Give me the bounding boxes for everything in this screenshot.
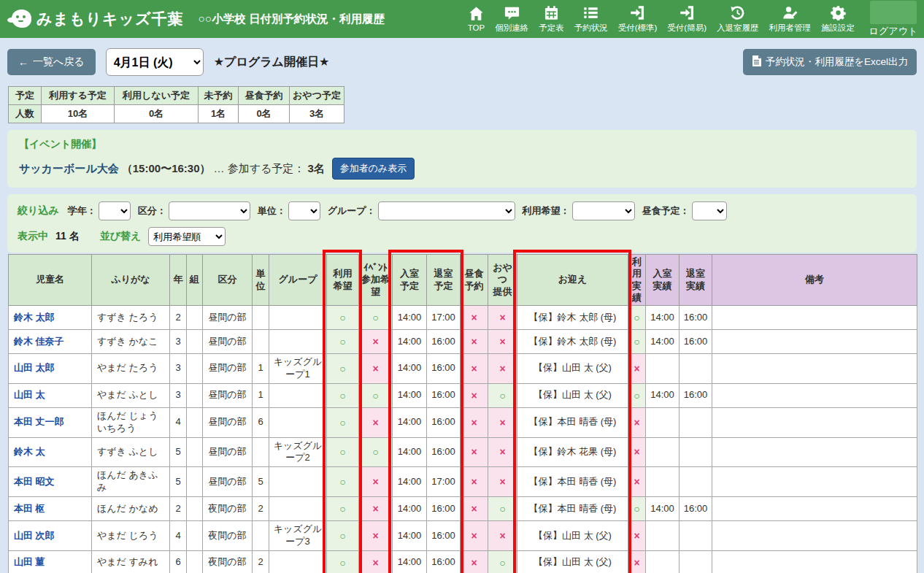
table-row: 山田 太やまだ ふとし3昼間の部1○○14:0016:00×○【保】山田 太 (… bbox=[9, 383, 917, 407]
date-select[interactable]: 4月1日 (火) bbox=[106, 48, 204, 76]
nav-item-yoteihyo[interactable]: 予定表 bbox=[534, 3, 569, 36]
filter-select-chushoku-yotei[interactable] bbox=[692, 201, 727, 220]
sort-select[interactable]: 利用希望順 bbox=[148, 227, 226, 246]
cell-name[interactable]: 鈴木 太郎 bbox=[9, 306, 92, 330]
show-participants-button[interactable]: 参加者のみ表示 bbox=[332, 158, 415, 180]
summary-value-row: 人数10名0名1名0名3名 bbox=[9, 105, 344, 123]
filter-label-kubun: 区分： bbox=[138, 204, 166, 218]
filter-label-riyou-kibou: 利用希望： bbox=[523, 204, 570, 218]
filter-select-riyou-kibou[interactable] bbox=[572, 201, 635, 220]
col-header-entry_actual: 入室 実績 bbox=[646, 255, 679, 306]
filter-select-kubun[interactable] bbox=[169, 201, 250, 220]
summary-col-header: 利用する予定 bbox=[42, 87, 115, 105]
cell-lunch: × bbox=[461, 330, 488, 354]
cell-entry_plan: 14:00 bbox=[393, 521, 427, 551]
cell-category: 昼間の部 bbox=[203, 467, 253, 497]
cell-entry_plan: 14:00 bbox=[393, 354, 427, 384]
cell-note bbox=[712, 521, 917, 551]
cell-use_actual: × bbox=[628, 521, 646, 551]
cell-unit: 1 bbox=[253, 383, 269, 407]
filter-select-group[interactable] bbox=[378, 201, 515, 220]
filter-title: 絞り込み bbox=[18, 204, 59, 218]
cell-grade: 5 bbox=[170, 467, 187, 497]
excel-export-button[interactable]: 予約状況・利用履歴をExcel出力 bbox=[743, 49, 917, 75]
cell-use_actual: × bbox=[628, 354, 646, 384]
cell-group bbox=[269, 497, 327, 521]
nav-item-uketsuke-kani[interactable]: 受付(簡易) bbox=[662, 3, 712, 36]
cell-entry_plan: 14:00 bbox=[393, 306, 427, 330]
cell-grade: 2 bbox=[170, 306, 187, 330]
cell-exit_actual bbox=[679, 437, 712, 467]
cell-name[interactable]: 本田 枢 bbox=[9, 497, 92, 521]
cell-name[interactable]: 鈴木 太 bbox=[9, 437, 92, 467]
cell-kana: やまだ たろう bbox=[92, 354, 170, 384]
cell-entry_actual: 14:00 bbox=[646, 306, 679, 330]
cell-name[interactable]: 山田 菫 bbox=[9, 550, 92, 573]
cell-entry_plan: 14:00 bbox=[393, 550, 427, 573]
cell-use_request: ○ bbox=[327, 306, 359, 330]
nav-item-shisetsu-settei[interactable]: 施設設定 bbox=[816, 3, 860, 36]
cell-entry_actual bbox=[646, 467, 679, 497]
col-header-note: 備考 bbox=[712, 255, 917, 306]
cell-name[interactable]: 本田 昭文 bbox=[9, 467, 92, 497]
cell-lunch: × bbox=[461, 437, 488, 467]
cell-use_actual: ○ bbox=[628, 306, 646, 330]
cell-exit_plan: 16:00 bbox=[427, 330, 461, 354]
cell-entry_actual bbox=[646, 407, 679, 437]
cell-class bbox=[187, 354, 203, 384]
reservation-table: 児童名ふりがな年組区分単位グループ利用 希望ｲﾍﾞﾝﾄ 参加希望入室 予定退室 … bbox=[8, 254, 917, 573]
nav-item-top[interactable]: TOP bbox=[463, 4, 490, 34]
cell-use_request: ○ bbox=[327, 354, 359, 384]
col-header-entry_plan: 入室 予定 bbox=[393, 255, 427, 306]
table-row: 本田 丈一郎ほんだ じょういちろう4昼間の部6○×14:0016:00××【保】… bbox=[9, 407, 917, 437]
col-header-kana: ふりがな bbox=[92, 255, 170, 306]
back-button-label: 一覧へ戻る bbox=[33, 55, 85, 69]
filter-field-tani: 単位： bbox=[258, 201, 320, 220]
cell-name[interactable]: 山田 次郎 bbox=[9, 521, 92, 551]
col-header-use_actual: 利用 実績 bbox=[628, 255, 646, 306]
cell-name[interactable]: 山田 太郎 bbox=[9, 354, 92, 384]
cell-exit_plan: 16:00 bbox=[427, 521, 461, 551]
table-row: 本田 昭文ほんだ あきふみ5昼間の部5○×14:0017:00××【保】本田 晴… bbox=[9, 467, 917, 497]
cell-name[interactable]: 本田 丈一郎 bbox=[9, 407, 92, 437]
filter-field-riyou-kibou: 利用希望： bbox=[523, 201, 635, 220]
logo-text: みまもりキッズ千葉 bbox=[36, 9, 183, 29]
filter-select-tani[interactable] bbox=[288, 201, 320, 220]
filter-field-kubun: 区分： bbox=[138, 201, 250, 220]
reservation-header-row: 児童名ふりがな年組区分単位グループ利用 希望ｲﾍﾞﾝﾄ 参加希望入室 予定退室 … bbox=[9, 255, 917, 306]
cell-lunch: × bbox=[461, 383, 488, 407]
cell-event_request: ○ bbox=[359, 306, 393, 330]
user-manage-icon bbox=[769, 5, 812, 21]
cell-snack: × bbox=[488, 521, 517, 551]
nav-item-uketsuke-hyojun[interactable]: 受付(標準) bbox=[613, 3, 663, 36]
nav-item-nyutaishitsu-rireki[interactable]: 入退室履歴 bbox=[712, 3, 764, 36]
cell-class bbox=[187, 330, 203, 354]
cell-entry_plan: 14:00 bbox=[393, 497, 427, 521]
nav-item-riyosha-kanri[interactable]: 利用者管理 bbox=[764, 3, 817, 36]
cell-class bbox=[187, 467, 203, 497]
nav-item-yoyaku-jokyo[interactable]: 予約状況 bbox=[569, 3, 613, 36]
cell-class bbox=[187, 407, 203, 437]
cell-use_request: ○ bbox=[327, 467, 359, 497]
back-button[interactable]: ← 一覧へ戻る bbox=[7, 49, 96, 75]
nav-label: 受付(簡易) bbox=[667, 23, 707, 34]
cell-name[interactable]: 鈴木 佳奈子 bbox=[9, 330, 92, 354]
filter-row: 絞り込み 学年：区分：単位：グループ：利用希望：昼食予定： bbox=[18, 201, 906, 220]
summary-value: 10名 bbox=[42, 105, 115, 123]
cell-note bbox=[712, 497, 917, 521]
logout-button[interactable]: ログアウト bbox=[867, 1, 920, 38]
nav-item-kobetsu-renraku[interactable]: 個別連絡 bbox=[490, 3, 534, 36]
cell-name[interactable]: 山田 太 bbox=[9, 383, 92, 407]
cell-unit bbox=[253, 330, 269, 354]
cell-use_request: ○ bbox=[327, 383, 359, 407]
summary-value: 1名 bbox=[199, 105, 239, 123]
app-logo[interactable]: みまもりキッズ千葉 bbox=[7, 9, 183, 29]
cell-exit_actual bbox=[679, 467, 712, 497]
excel-export-label: 予約状況・利用履歴をExcel出力 bbox=[766, 55, 908, 69]
signin-icon bbox=[667, 5, 707, 21]
cell-snack: ○ bbox=[488, 383, 517, 407]
col-header-exit_actual: 退室 実績 bbox=[679, 255, 712, 306]
filter-select-gakunen[interactable] bbox=[99, 201, 131, 220]
col-header-class: 組 bbox=[187, 255, 203, 306]
app-header: みまもりキッズ千葉 ○○小学校 日付別予約状況・利用履歴 TOP個別連絡予定表予… bbox=[0, 0, 924, 38]
